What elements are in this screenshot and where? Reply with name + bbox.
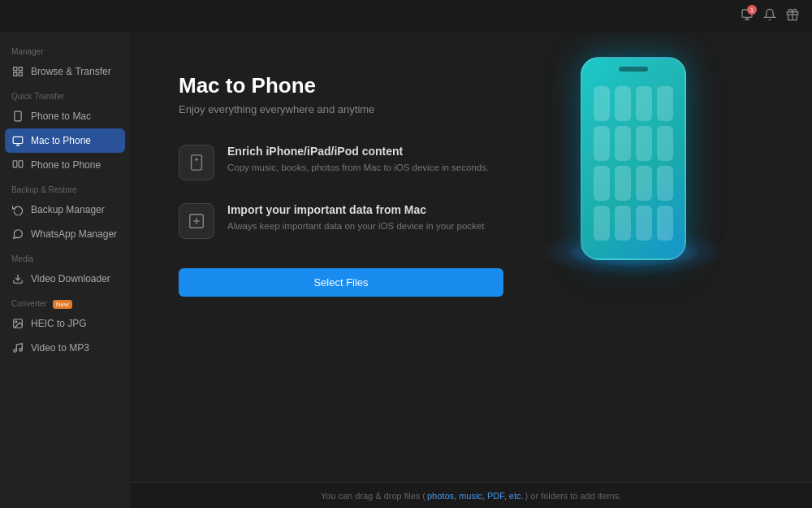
svg-rect-19 [192, 155, 202, 170]
sidebar-item-heic-to-jpg[interactable]: HEIC to JPG [0, 311, 130, 336]
download-icon [11, 272, 24, 285]
sidebar-item-label: Mac to Phone [31, 135, 91, 146]
notification-badge: 1 [747, 5, 757, 15]
feature-item-1: Enrich iPhone/iPad/iPod content Copy mus… [179, 145, 503, 180]
status-text-prefix: You can drag & drop files ( [321, 491, 425, 501]
mac-phone-icon [11, 134, 24, 147]
page-title: Mac to Phone [179, 73, 503, 98]
backup-icon [11, 203, 24, 216]
svg-point-16 [15, 321, 17, 323]
svg-rect-3 [14, 67, 17, 71]
status-text-suffix: ) or folders to add items. [525, 491, 622, 501]
sidebar-item-whatsapp-manager[interactable]: WhatsApp Manager [0, 222, 130, 246]
app-icon-14 [615, 206, 631, 241]
app-icon-3 [636, 86, 652, 121]
phone-illustration [503, 57, 763, 260]
select-files-button[interactable]: Select Files [179, 268, 503, 297]
feature-2-icon-box [179, 203, 214, 239]
sidebar-item-label: Video Downloader [31, 273, 110, 284]
feature-1-icon-box [179, 145, 214, 180]
content-body: Mac to Phone Enjoy everything everywhere… [130, 33, 812, 482]
backup-section-label: Backup & Restore [0, 177, 130, 198]
sidebar-item-label: Phone to Phone [31, 159, 101, 171]
quick-transfer-section-label: Quick Transfer [0, 84, 130, 104]
app-icon-16 [657, 206, 673, 241]
phone-screen [589, 81, 678, 245]
app-icon-15 [636, 206, 652, 241]
new-badge: New [53, 300, 72, 309]
whatsapp-icon [11, 228, 24, 241]
sidebar-item-label: Video to MP3 [31, 342, 89, 354]
sidebar-item-video-to-mp3[interactable]: Video to MP3 [0, 336, 130, 360]
svg-rect-5 [14, 72, 17, 76]
app-icon-6 [615, 126, 631, 161]
feature-1-text: Enrich iPhone/iPad/iPod content Copy mus… [227, 145, 489, 175]
svg-rect-12 [13, 161, 17, 167]
phone-body [581, 57, 686, 260]
sidebar-item-label: Phone to Mac [31, 111, 91, 122]
app-icon-10 [615, 166, 631, 201]
feature-2-title: Import your important data from Mac [227, 203, 484, 216]
feature-1-desc: Copy music, books, photos from Mac to iO… [227, 161, 489, 175]
feature-2-desc: Always keep important data on your iOS d… [227, 219, 484, 233]
app-icon-12 [657, 166, 673, 201]
page-subtitle: Enjoy everything everywhere and anytime [179, 103, 503, 115]
manager-section-label: Manager [0, 39, 130, 59]
bell-icon[interactable] [763, 8, 776, 24]
main-container: Manager Browse & Transfer Quick Transfer… [0, 33, 812, 508]
svg-rect-7 [15, 111, 21, 121]
sidebar-item-mac-to-phone[interactable]: Mac to Phone [5, 128, 125, 153]
svg-point-18 [19, 349, 23, 352]
music-icon [11, 341, 24, 354]
sidebar-item-video-downloader[interactable]: Video Downloader [0, 267, 130, 291]
app-icon-5 [594, 126, 610, 161]
svg-rect-9 [13, 137, 23, 143]
sidebar-item-browse-transfer[interactable]: Browse & Transfer [0, 59, 130, 84]
status-bar: You can drag & drop files ( photos, musi… [130, 482, 812, 508]
status-link[interactable]: photos, music, PDF, etc. [427, 491, 524, 501]
top-bar: 1 [0, 0, 812, 33]
app-icon-9 [594, 166, 610, 201]
phone-wrapper [581, 57, 686, 260]
two-phones-icon [11, 158, 24, 172]
phone-mac-icon [11, 110, 24, 123]
app-icon-2 [615, 86, 631, 121]
content-left: Mac to Phone Enjoy everything everywhere… [179, 73, 503, 297]
app-icon-4 [657, 86, 673, 121]
app-icon-7 [636, 126, 652, 161]
app-icon-11 [636, 166, 652, 201]
app-icon-8 [657, 126, 673, 161]
media-section-label: Media [0, 246, 130, 267]
phone-notch [619, 67, 648, 72]
sidebar-item-label: Backup Manager [31, 204, 105, 215]
svg-rect-13 [19, 161, 23, 167]
sidebar-item-label: Browse & Transfer [31, 66, 111, 77]
image-icon [11, 317, 24, 330]
svg-rect-6 [19, 72, 22, 76]
svg-point-17 [14, 350, 17, 353]
sidebar-item-backup-manager[interactable]: Backup Manager [0, 198, 130, 222]
sidebar-item-phone-to-phone[interactable]: Phone to Phone [0, 153, 130, 177]
sidebar-item-label: WhatsApp Manager [31, 228, 117, 240]
sidebar-item-phone-to-mac[interactable]: Phone to Mac [0, 104, 130, 128]
feature-item-2: Import your important data from Mac Alwa… [179, 203, 503, 239]
content-area: Mac to Phone Enjoy everything everywhere… [130, 33, 812, 508]
svg-rect-4 [19, 67, 22, 71]
feature-1-title: Enrich iPhone/iPad/iPod content [227, 145, 489, 158]
grid-icon [11, 65, 24, 78]
gift-icon[interactable] [786, 8, 799, 24]
sidebar-item-label: HEIC to JPG [31, 318, 87, 329]
sidebar: Manager Browse & Transfer Quick Transfer… [0, 33, 130, 508]
notification-icon[interactable]: 1 [741, 8, 754, 24]
app-icon-13 [594, 206, 610, 241]
feature-2-text: Import your important data from Mac Alwa… [227, 203, 484, 233]
app-icon-1 [594, 86, 610, 121]
converter-section-label: Converter New [0, 291, 130, 311]
